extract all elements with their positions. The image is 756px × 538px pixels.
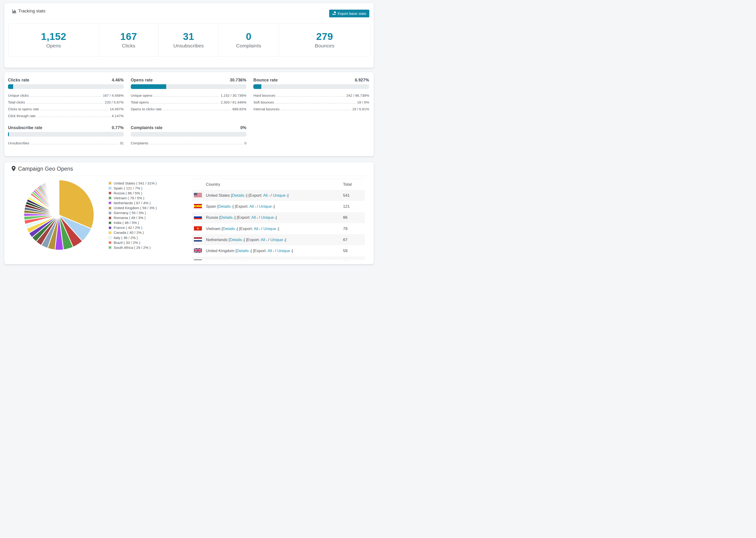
legend-label: South Africa ( 29 / 2% ) [114, 245, 150, 250]
geo-row-flag-cell [192, 201, 206, 212]
export-unique-link[interactable]: Unique› [277, 248, 292, 253]
export-unique-link[interactable]: Unique› [265, 260, 280, 260]
legend-item-spain: Spain ( 121 / 7% ) [108, 186, 157, 190]
rate-row-value: 19 / 6.81% [352, 107, 369, 111]
rate-progress-bar [131, 84, 246, 89]
rate-progress-bar [8, 132, 124, 136]
rate-row: Unique opens1,152 / 30.736% [131, 92, 246, 99]
rate-head: Opens rate30.736% [131, 78, 246, 82]
export-all-link[interactable]: All› [249, 204, 256, 209]
rate-progress-bar [131, 132, 246, 136]
geo-row-flag-cell [192, 190, 206, 201]
export-unique-link[interactable]: Unique› [261, 215, 276, 220]
geo-row-total: 55 [343, 260, 348, 260]
nl-flag-icon [194, 237, 202, 242]
geo-row-country: Spain [206, 204, 217, 209]
details-link[interactable]: Details› [232, 193, 246, 198]
legend-label: Romania ( 49 / 3% ) [114, 216, 145, 220]
details-link[interactable]: Details› [223, 227, 237, 231]
geo-row-total-cell: 121 [343, 201, 365, 212]
export-all-link[interactable]: All› [268, 248, 274, 253]
campaign-overview-page: Tracking stats Export basic stats 1,152O… [0, 0, 378, 269]
rate-value: 4.46% [112, 78, 124, 82]
rate-value: 0% [241, 125, 246, 130]
geo-table-header-total: Total [343, 179, 365, 190]
legend-swatch [108, 231, 112, 234]
legend-swatch-color [109, 232, 111, 234]
rate-title: Unsubscribe rate [8, 125, 42, 130]
dotted-leader [37, 117, 110, 117]
export-basic-stats-button[interactable]: Export basic stats [329, 10, 369, 17]
stat-opens: 1,152Opens [9, 24, 99, 56]
rates-column: Opens rate30.736%Unique opens1,152 / 30.… [131, 78, 246, 146]
geo-row-country-cell: Netherlands [Details›] [Export: All› / U… [206, 234, 343, 245]
geo-row-total: 121 [343, 204, 350, 209]
rate-block-bounce-rate: Bounce rate6.927%Hard bounces242 / 86.73… [253, 78, 369, 120]
geo-row-total-cell: 59 [343, 245, 365, 256]
geo-row-total-cell: 86 [343, 212, 365, 223]
export-all-link[interactable]: All› [256, 260, 262, 260]
geo-table-body: United States [Details›] [Export: All› /… [192, 190, 365, 260]
export-unique-link[interactable]: Unique› [270, 238, 285, 242]
chevron-right-icon: › [245, 194, 246, 197]
geo-table-row-netherlands: Netherlands [Details›] [Export: All› / U… [192, 234, 365, 245]
details-link[interactable]: Details› [237, 248, 250, 253]
legend-swatch-color [109, 237, 111, 239]
geo-row-country-cell: United States [Details›] [Export: All› /… [206, 190, 343, 201]
chevron-right-icon: › [257, 216, 257, 219]
export-all-link[interactable]: All› [261, 238, 267, 242]
export-all-link[interactable]: All› [254, 227, 260, 231]
details-link[interactable]: Details› [218, 204, 233, 209]
rate-head: Unsubscribe rate0.77% [8, 125, 124, 130]
chevron-right-icon: › [284, 238, 285, 242]
legend-label: United States ( 541 / 31% ) [114, 181, 157, 186]
rates-card: Clicks rate4.46%Unique clicks167 / 4.456… [4, 72, 374, 156]
export-unique-link[interactable]: Unique› [273, 193, 287, 198]
geo-row-text: Netherlands [Details›] [Export: All› / U… [206, 238, 286, 242]
details-link[interactable]: Details› [225, 260, 239, 260]
rate-row-value: 14.497% [110, 107, 124, 111]
legend-swatch [108, 211, 112, 215]
legend-swatch-color [109, 217, 111, 219]
geo-row-country-cell: Germany [Details›] [Export: All› / Uniqu… [206, 256, 343, 260]
legend-swatch-color [109, 222, 111, 224]
stat-unsubscribes: 31Unsubscribes [159, 24, 219, 56]
legend-item-france: France ( 42 / 2% ) [108, 225, 157, 230]
rate-row-label: Internal bounces [253, 107, 279, 111]
geo-row-flag-cell [192, 245, 206, 256]
geo-row-country: Netherlands [206, 238, 229, 242]
dotted-leader [154, 96, 219, 97]
legend-label: Vietnam ( 79 / 5% ) [114, 196, 144, 200]
legend-swatch-color [109, 202, 111, 204]
legend-item-vietnam: Vietnam ( 79 / 5% ) [108, 195, 157, 200]
details-link[interactable]: Details› [230, 238, 244, 242]
dotted-leader [281, 110, 351, 110]
geo-row-text: Vietnam [Details›] [Export: All› / Uniqu… [206, 227, 279, 231]
tracking-stats-summary: 1,152Opens167Clicks31Unsubscribes0Compla… [9, 24, 370, 57]
rate-row: Soft bounces18 / 0% [253, 99, 369, 106]
export-all-link[interactable]: All› [251, 215, 258, 220]
legend-swatch [108, 207, 112, 210]
legend-swatch [108, 221, 112, 224]
export-all-link[interactable]: All› [263, 193, 270, 198]
geo-opens-pie-chart [23, 179, 95, 251]
legend-item-brazil: Brazil ( 33 / 2% ) [108, 240, 157, 245]
export-unique-link[interactable]: Unique› [259, 204, 274, 209]
legend-swatch [108, 246, 112, 249]
export-unique-link[interactable]: Unique› [263, 227, 278, 231]
geo-row-text: Russia [Details›] [Export: All› / Unique… [206, 215, 277, 220]
geo-row-country-cell: United Kingdom [Details›] [Export: All› … [206, 245, 343, 256]
geo-table-header-flag-spacer [192, 179, 206, 190]
geo-table-header-country: Country [206, 179, 343, 190]
rate-row-label: Unsubscribes [8, 141, 29, 145]
geo-row-total: 86 [343, 215, 348, 220]
stat-label: Complaints [236, 43, 261, 49]
dotted-leader [163, 110, 231, 110]
legend-swatch [108, 216, 112, 219]
geo-row-text: Germany [Details›] [Export: All› / Uniqu… [206, 260, 281, 260]
rate-progress-fill [8, 132, 9, 136]
details-link[interactable]: Details› [220, 215, 234, 220]
dotted-leader [150, 144, 243, 144]
geo-opens-body: United States ( 541 / 31% )Spain ( 121 /… [4, 176, 374, 264]
rate-row: Unique clicks167 / 4.456% [8, 92, 124, 99]
